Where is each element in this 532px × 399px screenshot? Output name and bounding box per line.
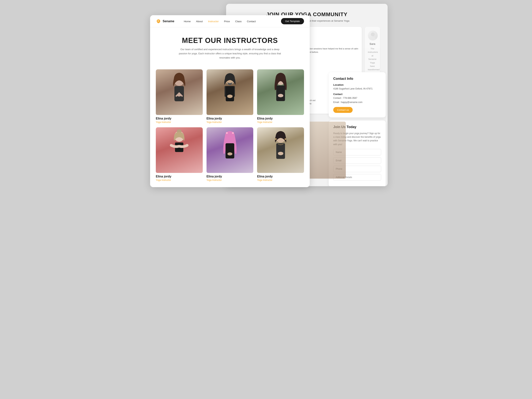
nav-class[interactable]: Class bbox=[235, 20, 242, 23]
instructor-figure-6 bbox=[260, 127, 302, 173]
contact-label: Contact bbox=[333, 93, 381, 95]
logo-icon bbox=[156, 19, 161, 24]
instructor-photo-4 bbox=[156, 127, 203, 173]
instructor-name-1: Elina jordy bbox=[156, 117, 203, 120]
logo[interactable]: Sename bbox=[156, 19, 174, 24]
instructor-photo-2 bbox=[207, 69, 253, 115]
svg-rect-21 bbox=[226, 143, 234, 158]
avatar-sara-image bbox=[368, 31, 378, 40]
instructor-name-3: Elina jordy bbox=[257, 117, 304, 120]
desktop-wrapper: JOIN OUR YOGA COMMUNITY Hear what our me… bbox=[144, 4, 388, 186]
svg-point-6 bbox=[177, 94, 181, 96]
location-value: 4186 Sugarfoot Lane Oxford, IN 47971 bbox=[333, 87, 381, 90]
instructor-role-6: Yoga Instructor bbox=[257, 179, 304, 181]
email-value: Email : happy@sename.com bbox=[333, 101, 381, 104]
instructor-role-4: Yoga Instructor bbox=[156, 179, 203, 181]
instructor-figure-1 bbox=[158, 69, 200, 115]
avatar-sara bbox=[368, 31, 378, 40]
instructor-figure-4 bbox=[158, 127, 200, 173]
nav-instructor[interactable]: Instructor bbox=[208, 20, 219, 23]
hero-title: MEET OUR INSTRUCTORS bbox=[156, 37, 304, 45]
svg-point-2 bbox=[371, 32, 375, 36]
instructor-role-1: Yoga Instructor bbox=[156, 121, 203, 124]
instructor-card-3: Elina jordy Yoga Instructor bbox=[257, 69, 304, 124]
instructor-photo-3 bbox=[257, 69, 304, 115]
hero-subtitle: Our team of certified and experienced in… bbox=[177, 47, 283, 60]
instructors-section: Elina jordy Yoga Instructor bbox=[150, 66, 310, 187]
contact-info-panel: Contact Info Location 4186 Sugarfoot Lan… bbox=[329, 72, 386, 117]
svg-point-11 bbox=[227, 95, 233, 98]
logo-text: Sename bbox=[163, 19, 174, 23]
testimonial-name-sara: Sara bbox=[368, 42, 377, 45]
svg-point-26 bbox=[285, 138, 286, 140]
nav-links: Home About Instructor Price Class Contac… bbox=[184, 19, 256, 23]
instructor-photo-5 bbox=[207, 127, 253, 173]
reach-out-area: ch out to bbox=[308, 97, 323, 107]
instructor-card-4: Elina jordy Yoga Instructor bbox=[156, 127, 203, 181]
instructor-card-5: Elina jordy Yoga Instructor bbox=[207, 127, 253, 181]
instructor-name-5: Elina jordy bbox=[207, 175, 253, 178]
contact-info-title: Contact Info bbox=[333, 77, 381, 81]
bottom-image-placeholder bbox=[308, 122, 346, 179]
navbar: Sename Home About Instructor Price Class… bbox=[150, 15, 310, 27]
instructor-name-6: Elina jordy bbox=[257, 175, 304, 178]
instructor-figure-3 bbox=[260, 69, 302, 115]
instructor-role-5: Yoga Instructor bbox=[207, 179, 253, 181]
svg-rect-13 bbox=[276, 86, 285, 101]
instructor-name-4: Elina jordy bbox=[156, 175, 203, 178]
nav-about[interactable]: About bbox=[196, 20, 203, 23]
instructor-figure-5 bbox=[209, 127, 251, 173]
svg-point-22 bbox=[228, 152, 232, 155]
svg-point-20 bbox=[232, 132, 234, 134]
nav-contact[interactable]: Contact bbox=[247, 20, 256, 23]
instructor-name-2: Elina jordy bbox=[207, 117, 253, 120]
instructors-grid: Elina jordy Yoga Instructor bbox=[156, 69, 304, 181]
instructor-figure-2 bbox=[209, 69, 251, 115]
svg-rect-24 bbox=[276, 143, 285, 159]
nav-price[interactable]: Price bbox=[224, 20, 230, 23]
instructor-card-6: Elina jordy Yoga Instructor bbox=[257, 127, 304, 181]
instructor-role-2: Yoga Instructor bbox=[207, 121, 253, 124]
instructor-photo-6 bbox=[257, 127, 304, 173]
main-card: Sename Home About Instructor Price Class… bbox=[150, 15, 310, 187]
contact-us-button[interactable]: Contact us bbox=[333, 107, 353, 113]
instructor-card-2: Elina jordy Yoga Instructor bbox=[207, 69, 253, 124]
svg-point-25 bbox=[275, 138, 277, 140]
svg-point-3 bbox=[370, 37, 376, 40]
svg-point-19 bbox=[226, 132, 228, 134]
instructor-photo-1 bbox=[156, 69, 203, 115]
instructor-role-3: Yoga Instructor bbox=[257, 121, 304, 124]
hero-section: MEET OUR INSTRUCTORS Our team of certifi… bbox=[150, 27, 310, 66]
get-template-button[interactable]: Get Template bbox=[281, 18, 304, 24]
phone-value: Contact : 778-686-3587 bbox=[333, 96, 381, 100]
svg-rect-10 bbox=[226, 86, 234, 101]
instructor-card-1: Elina jordy Yoga Instructor bbox=[156, 69, 203, 124]
nav-home[interactable]: Home bbox=[184, 20, 190, 23]
location-label: Location bbox=[333, 83, 381, 86]
